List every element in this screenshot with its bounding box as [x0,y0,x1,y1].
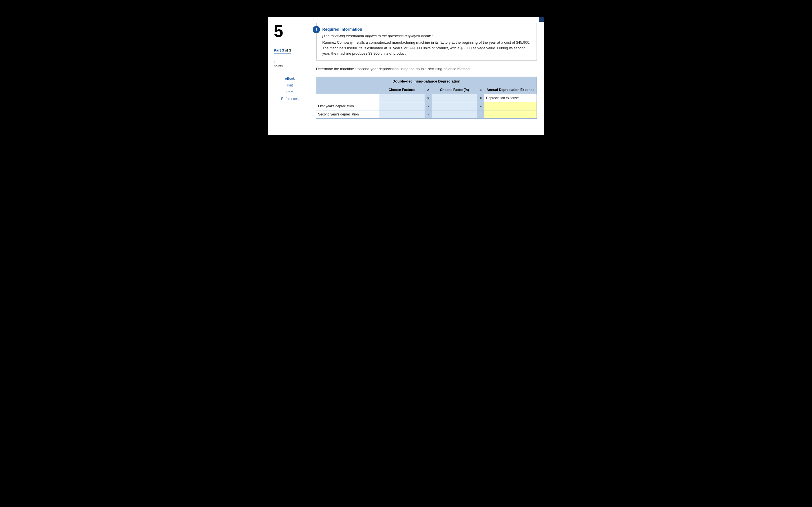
row-0-label [316,94,379,102]
row-0-input1-field[interactable] [381,96,423,101]
first-year-input2[interactable] [432,102,477,110]
row-0-input2[interactable] [432,94,477,102]
sidebar-links: eBook Hint Print References [274,76,306,101]
row-0-op1: × [424,94,432,102]
col-op2-header: = [477,86,484,94]
part-label: Part 3 of 3 [274,48,291,52]
first-year-result[interactable] [484,102,537,110]
row-0-result-text: Depreciation expense [486,96,519,100]
row-0-result: Depreciation expense [484,94,537,102]
first-year-input2-field[interactable] [434,104,475,109]
second-year-result-field[interactable] [486,112,535,117]
main-content: ! Required information [The following in… [309,17,544,135]
depreciation-table: Double-declining-balance Depreciation Ch… [316,76,537,119]
points-label: points [274,64,283,68]
second-year-input2-field[interactable] [434,112,475,117]
second-year-op1: × [424,110,432,119]
table-title-row: Double-declining-balance Depreciation [316,77,537,86]
info-icon: ! [313,26,320,33]
print-link[interactable]: Print [287,90,294,94]
row-0-input2-field[interactable] [434,96,475,101]
part-underline [274,54,291,54]
second-year-input2[interactable] [432,110,477,119]
col-factor-pct-header: Choose Factor(%) [432,86,477,94]
points-value: 1 [274,60,276,64]
sidebar: 5 Part 3 of 3 1 points eBook Hint Print … [268,17,309,135]
corner-marker [539,17,544,22]
info-box: ! Required information [The following in… [316,23,537,61]
info-box-inner: Required information [The following info… [317,23,537,60]
first-year-input1-field[interactable] [381,104,423,109]
first-year-input1[interactable] [379,102,424,110]
second-year-op2: = [477,110,484,119]
question-text: Determine the machine's second-year depr… [316,66,537,72]
first-year-op1: × [424,102,432,110]
info-title: Required information [322,27,531,32]
col-op1-header: × [424,86,432,94]
second-year-input1-field[interactable] [381,112,423,117]
page-container: 5 Part 3 of 3 1 points eBook Hint Print … [268,17,544,135]
row-0-input1[interactable] [379,94,424,102]
references-link[interactable]: References [281,97,298,101]
first-year-result-field[interactable] [486,104,535,109]
table-title: Double-declining-balance Depreciation [316,77,537,86]
info-italic-text: [The following information applies to th… [322,34,531,38]
question-number: 5 [274,23,283,40]
col-expense-header: Annual Depreciation Expense [484,86,537,94]
info-body-text: Ramirez Company installs a computerized … [322,40,531,56]
first-year-label: First year's depreciation [316,102,379,110]
table-row-0: × = Depreciation expense [316,94,537,102]
table-row-second-year: Second year's depreciation × = [316,110,537,119]
col-label-header [316,86,379,94]
table-row-first-year: First year's depreciation × = [316,102,537,110]
second-year-label: Second year's depreciation [316,110,379,119]
row-0-op2: = [477,94,484,102]
col-factors-header: Choose Factors: [379,86,424,94]
second-year-input1[interactable] [379,110,424,119]
first-year-op2: = [477,102,484,110]
hint-link[interactable]: Hint [287,83,293,87]
table-header-row: Choose Factors: × Choose Factor(%) = Ann… [316,86,537,94]
second-year-result[interactable] [484,110,537,119]
ebook-link[interactable]: eBook [285,76,295,80]
